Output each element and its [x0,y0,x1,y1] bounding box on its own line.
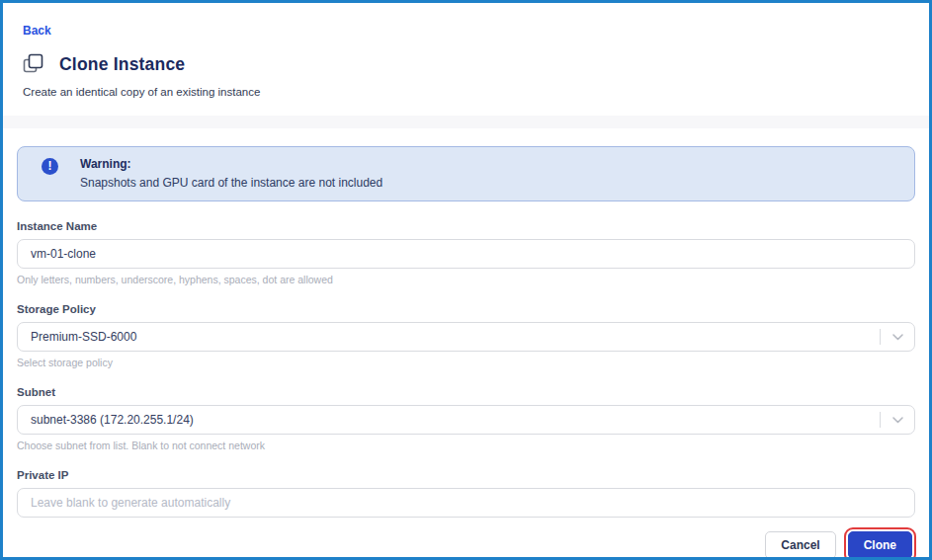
page-subtitle: Create an identical copy of an existing … [23,86,909,98]
warning-banner: ! Warning: Snapshots and GPU card of the… [17,146,915,201]
subnet-select[interactable]: subnet-3386 (172.20.255.1/24) [17,405,915,435]
warning-title: Warning: [80,157,382,171]
storage-policy-helper: Select storage policy [17,357,915,368]
storage-policy-label: Storage Policy [17,303,915,315]
chevron-down-icon[interactable] [881,417,914,424]
chevron-down-icon[interactable] [881,334,914,341]
cancel-button[interactable]: Cancel [765,531,835,559]
private-ip-label: Private IP [17,469,915,481]
private-ip-input-wrap [17,488,915,518]
clone-copy-icon [23,53,44,75]
field-subnet: Subnet subnet-3386 (172.20.255.1/24) Cho… [17,386,915,451]
page-title: Clone Instance [59,54,185,75]
page-header: Back Clone Instance Create an identical … [3,3,929,98]
subnet-helper: Choose subnet from list. Blank to not co… [17,440,915,451]
clone-instance-page: Back Clone Instance Create an identical … [0,0,932,560]
field-storage-policy: Storage Policy Premium-SSD-6000 Select s… [17,303,915,368]
warning-text: Warning: Snapshots and GPU card of the i… [80,157,382,190]
title-row: Clone Instance [23,53,909,75]
instance-name-input-wrap [17,239,915,269]
instance-name-helper: Only letters, numbers, underscore, hyphe… [17,274,915,285]
section-divider [3,116,929,128]
storage-policy-select[interactable]: Premium-SSD-6000 [17,322,915,352]
warning-message: Snapshots and GPU card of the instance a… [80,176,382,190]
back-link[interactable]: Back [23,24,51,38]
subnet-value: subnet-3386 (172.20.255.1/24) [18,413,880,427]
info-exclamation-icon: ! [42,158,58,175]
clone-form: Instance Name Only letters, numbers, und… [3,220,929,518]
field-private-ip: Private IP [17,469,915,518]
instance-name-input[interactable] [18,240,914,268]
storage-policy-value: Premium-SSD-6000 [18,330,880,344]
subnet-label: Subnet [17,386,915,398]
clone-button[interactable]: Clone [848,531,912,559]
field-instance-name: Instance Name Only letters, numbers, und… [17,220,915,285]
form-footer: Cancel Clone [17,531,915,559]
instance-name-label: Instance Name [17,220,915,232]
private-ip-input[interactable] [18,489,914,517]
